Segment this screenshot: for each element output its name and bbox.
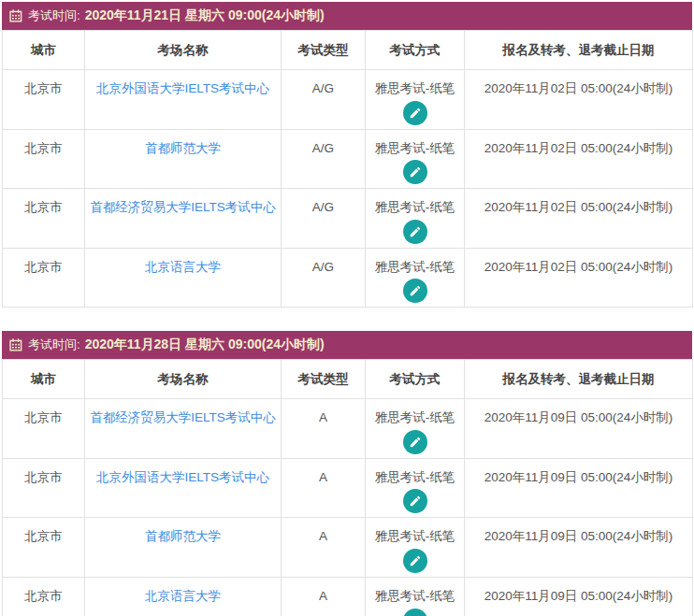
venue-cell: 北京语言大学 <box>85 577 282 616</box>
venue-cell: 首都师范大学 <box>85 129 282 189</box>
col-header-method: 考试方式 <box>366 31 465 70</box>
edit-pencil-icon <box>409 436 422 449</box>
col-header-city: 城市 <box>3 360 85 399</box>
col-header-type: 考试类型 <box>282 31 366 70</box>
venue-cell: 北京外国语大学IELTS考试中心 <box>85 458 282 518</box>
venue-cell: 首都经济贸易大学IELTS考试中心 <box>85 189 282 249</box>
col-header-type: 考试类型 <box>282 360 366 399</box>
method-label: 雅思考试-纸笔 <box>369 79 460 98</box>
sessions-table-2: 城市 考场名称 考试类型 考试方式 报名及转考、退考截止日期 北京市 首都经济贸… <box>2 359 693 616</box>
session-time-value: 2020年11月21日 星期六 09:00(24小时制) <box>85 7 325 24</box>
edit-pencil-button[interactable] <box>403 160 427 184</box>
deadline-cell: 2020年11月02日 05:00(24小时制) <box>465 189 693 249</box>
venue-cell: 北京语言大学 <box>85 248 282 308</box>
table-row: 北京市 首都师范大学 A/G 雅思考试-纸笔 2020年11月02日 05:00… <box>3 129 693 189</box>
calendar-icon <box>9 338 22 351</box>
venue-link[interactable]: 首都师范大学 <box>145 141 221 155</box>
type-cell: A/G <box>282 70 366 130</box>
exam-sessions-page: 考试时间: 2020年11月21日 星期六 09:00(24小时制) 城市 考场… <box>0 0 694 616</box>
calendar-icon <box>9 9 22 22</box>
method-label: 雅思考试-纸笔 <box>369 468 460 487</box>
venue-link[interactable]: 北京外国语大学IELTS考试中心 <box>96 470 269 484</box>
type-cell: A <box>282 577 366 616</box>
table-row: 北京市 首都经济贸易大学IELTS考试中心 A 雅思考试-纸笔 2020年11月… <box>3 399 693 459</box>
city-cell: 北京市 <box>3 399 85 459</box>
edit-pencil-icon <box>409 284 422 297</box>
venue-link[interactable]: 北京语言大学 <box>145 260 221 274</box>
edit-pencil-button[interactable] <box>403 101 427 125</box>
method-label: 雅思考试-纸笔 <box>369 408 460 427</box>
venue-cell: 首都经济贸易大学IELTS考试中心 <box>85 399 282 459</box>
method-label: 雅思考试-纸笔 <box>369 258 460 277</box>
venue-link[interactable]: 首都经济贸易大学IELTS考试中心 <box>90 410 276 424</box>
venue-cell: 北京外国语大学IELTS考试中心 <box>85 70 282 130</box>
method-cell: 雅思考试-纸笔 <box>366 70 465 130</box>
deadline-cell: 2020年11月09日 05:00(24小时制) <box>465 399 693 459</box>
edit-pencil-button[interactable] <box>403 489 427 513</box>
city-cell: 北京市 <box>3 70 85 130</box>
type-cell: A/G <box>282 129 366 189</box>
session-time-value: 2020年11月28日 星期六 09:00(24小时制) <box>85 337 325 353</box>
method-label: 雅思考试-纸笔 <box>369 139 460 158</box>
col-header-deadline: 报名及转考、退考截止日期 <box>465 360 693 399</box>
method-cell: 雅思考试-纸笔 <box>366 189 465 249</box>
table-row: 北京市 北京外国语大学IELTS考试中心 A/G 雅思考试-纸笔 2020年11… <box>3 70 693 130</box>
method-cell: 雅思考试-纸笔 <box>366 458 465 518</box>
type-cell: A <box>282 518 366 578</box>
deadline-cell: 2020年11月09日 05:00(24小时制) <box>465 458 693 518</box>
city-cell: 北京市 <box>3 129 85 189</box>
deadline-cell: 2020年11月02日 05:00(24小时制) <box>465 70 693 130</box>
method-cell: 雅思考试-纸笔 <box>366 577 465 616</box>
type-cell: A/G <box>282 248 366 308</box>
city-cell: 北京市 <box>3 189 85 249</box>
table-row: 北京市 北京语言大学 A 雅思考试-纸笔 2020年11月09日 05:00(2… <box>3 577 693 616</box>
city-cell: 北京市 <box>3 458 85 518</box>
edit-pencil-icon <box>409 165 422 179</box>
type-cell: A/G <box>282 189 366 249</box>
venue-link[interactable]: 首都经济贸易大学IELTS考试中心 <box>90 200 276 214</box>
city-cell: 北京市 <box>3 248 85 308</box>
exam-session-section-2: 考试时间: 2020年11月28日 星期六 09:00(24小时制) 城市 考场… <box>2 331 692 616</box>
edit-pencil-icon <box>409 554 422 567</box>
edit-pencil-button[interactable] <box>403 430 427 454</box>
table-row: 北京市 首都师范大学 A 雅思考试-纸笔 2020年11月09日 05:00(2… <box>3 518 693 578</box>
city-cell: 北京市 <box>3 577 85 616</box>
session-time-label: 考试时间: <box>28 337 80 353</box>
city-cell: 北京市 <box>3 518 85 578</box>
session-header: 考试时间: 2020年11月28日 星期六 09:00(24小时制) <box>2 331 692 359</box>
deadline-cell: 2020年11月09日 05:00(24小时制) <box>465 577 693 616</box>
method-label: 雅思考试-纸笔 <box>369 527 460 546</box>
venue-link[interactable]: 北京语言大学 <box>145 589 221 603</box>
method-cell: 雅思考试-纸笔 <box>366 248 465 308</box>
table-row: 北京市 首都经济贸易大学IELTS考试中心 A/G 雅思考试-纸笔 2020年1… <box>3 189 693 249</box>
deadline-cell: 2020年11月02日 05:00(24小时制) <box>465 129 693 189</box>
type-cell: A <box>282 458 366 518</box>
method-label: 雅思考试-纸笔 <box>369 587 460 606</box>
col-header-deadline: 报名及转考、退考截止日期 <box>465 31 693 70</box>
venue-link[interactable]: 北京外国语大学IELTS考试中心 <box>96 81 269 95</box>
deadline-cell: 2020年11月02日 05:00(24小时制) <box>465 248 693 308</box>
edit-pencil-button[interactable] <box>403 220 427 244</box>
table-row: 北京市 北京语言大学 A/G 雅思考试-纸笔 2020年11月02日 05:00… <box>3 248 693 308</box>
sessions-table-1: 城市 考场名称 考试类型 考试方式 报名及转考、退考截止日期 北京市 北京外国语… <box>2 30 693 308</box>
edit-pencil-button[interactable] <box>403 549 427 573</box>
edit-pencil-button[interactable] <box>403 279 427 303</box>
col-header-venue: 考场名称 <box>85 31 282 70</box>
edit-pencil-icon <box>409 107 422 120</box>
edit-pencil-button[interactable] <box>403 609 427 616</box>
type-cell: A <box>282 399 366 459</box>
col-header-venue: 考场名称 <box>85 360 282 399</box>
venue-link[interactable]: 首都师范大学 <box>145 529 221 543</box>
col-header-method: 考试方式 <box>366 360 465 399</box>
edit-pencil-icon <box>409 225 422 238</box>
method-label: 雅思考试-纸笔 <box>369 198 460 217</box>
method-cell: 雅思考试-纸笔 <box>366 518 465 578</box>
col-header-city: 城市 <box>3 31 85 70</box>
edit-pencil-icon <box>409 494 422 508</box>
exam-session-section-1: 考试时间: 2020年11月21日 星期六 09:00(24小时制) 城市 考场… <box>2 2 692 308</box>
table-row: 北京市 北京外国语大学IELTS考试中心 A 雅思考试-纸笔 2020年11月0… <box>3 458 693 518</box>
session-time-label: 考试时间: <box>28 7 80 24</box>
venue-cell: 首都师范大学 <box>85 518 282 578</box>
method-cell: 雅思考试-纸笔 <box>366 129 465 189</box>
method-cell: 雅思考试-纸笔 <box>366 399 465 459</box>
